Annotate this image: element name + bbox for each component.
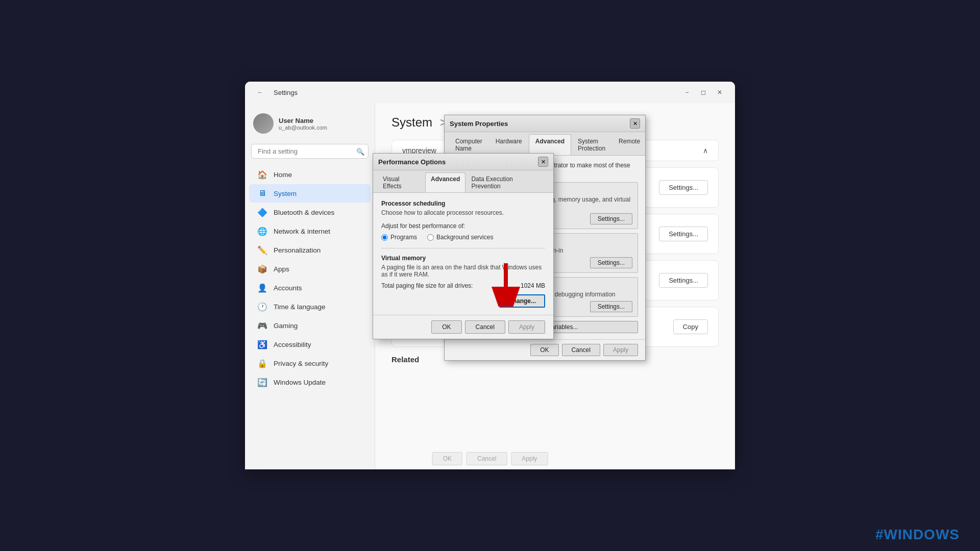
nav-label-gaming: Gaming <box>274 322 298 330</box>
sys-props-apply-btn[interactable]: Apply <box>603 344 638 356</box>
ghost-ok-btn: OK <box>432 452 462 465</box>
title-bar: ← Settings − ◻ ✕ <box>245 82 735 103</box>
perf-tabs: Visual Effects Advanced Data Execution P… <box>373 170 553 193</box>
sidebar: User Name u_ab@outlook.com 🔍 🏠 Home 🖥 Sy… <box>245 103 375 469</box>
user-email: u_ab@outlook.com <box>279 124 327 131</box>
vm-section: Virtual memory A paging file is an area … <box>381 248 545 308</box>
vm-size-row: Total paging file size for all drives: 1… <box>381 282 545 289</box>
sys-user-settings-btn[interactable]: Settings... <box>590 257 632 268</box>
sys-startup-settings-btn[interactable]: Settings... <box>590 301 632 312</box>
nav-label-personalization: Personalization <box>274 246 321 254</box>
nav-label-bluetooth: Bluetooth & devices <box>274 209 334 216</box>
tab-dep[interactable]: Data Execution Prevention <box>465 172 549 192</box>
vm-text: A paging file is an area on the hard dis… <box>381 264 545 278</box>
user-profile[interactable]: User Name u_ab@outlook.com <box>245 107 375 142</box>
change-btn[interactable]: Change... <box>499 294 545 308</box>
adjust-label: Adjust for best performance of: <box>381 222 545 230</box>
tab-hardware[interactable]: Hardware <box>489 134 529 155</box>
breadcrumb-parent: System <box>391 115 432 129</box>
nav-icon-bluetooth: 🔷 <box>257 207 267 217</box>
sys-perf-settings-btn[interactable]: Settings... <box>590 213 632 224</box>
user-info: User Name u_ab@outlook.com <box>279 117 327 131</box>
nav-icon-time: 🕐 <box>257 302 267 312</box>
nav-icon-network: 🌐 <box>257 226 267 236</box>
startup-settings-btn[interactable]: Settings... <box>659 273 708 288</box>
sys-props-footer: OK Cancel Apply <box>445 339 645 360</box>
avatar <box>253 113 274 134</box>
sidebar-item-gaming[interactable]: 🎮 Gaming <box>249 316 371 335</box>
nav-label-time: Time & language <box>274 303 326 311</box>
close-button[interactable]: ✕ <box>713 85 727 99</box>
sidebar-item-update[interactable]: 🔄 Windows Update <box>249 373 371 391</box>
sys-props-tabs: Computer Name Hardware Advanced System P… <box>445 132 645 156</box>
sys-props-title-bar: System Properties ✕ <box>445 115 645 132</box>
sidebar-item-accounts[interactable]: 👤 Accounts <box>249 279 371 297</box>
tab-system-protection[interactable]: System Protection <box>571 134 612 155</box>
back-button[interactable]: ← <box>253 85 267 99</box>
settings-window: ← Settings − ◻ ✕ User Name u_ab@outlook.… <box>245 82 735 469</box>
radio-bg-label[interactable]: Background services <box>427 234 493 241</box>
proc-sched-title: Processor scheduling <box>381 200 545 207</box>
minimize-button[interactable]: − <box>680 85 694 99</box>
window-title: Settings <box>274 89 298 96</box>
nav-icon-home: 🏠 <box>257 169 267 180</box>
proc-sched-text: Choose how to allocate processor resourc… <box>381 209 545 216</box>
perf-title: Performance Options <box>378 158 446 166</box>
performance-options-dialog[interactable]: Performance Options ✕ Visual Effects Adv… <box>373 153 554 339</box>
radio-bg[interactable] <box>427 234 434 241</box>
perf-apply-btn[interactable]: Apply <box>508 320 545 334</box>
nav-label-apps: Apps <box>274 265 289 273</box>
ghost-footer: OK Cancel Apply <box>428 448 552 469</box>
copy-button[interactable]: Copy <box>673 319 708 334</box>
nav-label-network: Network & internet <box>274 228 330 235</box>
nav-icon-accessibility: ♿ <box>257 339 267 349</box>
sidebar-item-personalization[interactable]: ✏️ Personalization <box>249 241 371 259</box>
watermark: #WINDOWS <box>875 527 960 543</box>
tab-computer-name[interactable]: Computer Name <box>449 134 489 155</box>
user-profiles-settings-btn[interactable]: Settings... <box>659 227 708 241</box>
title-bar-left: ← Settings <box>253 85 298 99</box>
sidebar-item-system[interactable]: 🖥 System <box>249 184 371 203</box>
nav-label-accounts: Accounts <box>274 284 302 292</box>
maximize-button[interactable]: ◻ <box>696 85 710 99</box>
vm-size-value: 1024 MB <box>521 282 545 289</box>
sidebar-item-bluetooth[interactable]: 🔷 Bluetooth & devices <box>249 203 371 221</box>
tab-visual-effects[interactable]: Visual Effects <box>377 172 425 192</box>
nav-label-privacy: Privacy & security <box>274 360 328 367</box>
radio-programs-label[interactable]: Programs <box>381 234 417 241</box>
sys-props-close-btn[interactable]: ✕ <box>630 118 640 129</box>
sidebar-item-home[interactable]: 🏠 Home <box>249 165 371 184</box>
sidebar-item-network[interactable]: 🌐 Network & internet <box>249 222 371 240</box>
search-box: 🔍 <box>251 144 369 159</box>
sys-props-ok-btn[interactable]: OK <box>530 344 558 356</box>
sys-props-cancel-btn[interactable]: Cancel <box>562 344 600 356</box>
nav-label-home: Home <box>274 171 292 179</box>
vm-title: Virtual memory <box>381 255 545 262</box>
nav-icon-accounts: 👤 <box>257 283 267 293</box>
sidebar-item-time[interactable]: 🕐 Time & language <box>249 297 371 316</box>
search-input[interactable] <box>251 144 369 159</box>
sidebar-item-accessibility[interactable]: ♿ Accessibility <box>249 335 371 354</box>
perf-close-btn[interactable]: ✕ <box>538 157 548 167</box>
search-icon: 🔍 <box>356 147 364 155</box>
radio-programs[interactable] <box>381 234 388 241</box>
title-bar-controls: − ◻ ✕ <box>680 85 727 99</box>
tab-advanced-perf[interactable]: Advanced <box>425 172 465 192</box>
perf-cancel-btn[interactable]: Cancel <box>465 320 505 334</box>
radio-programs-text: Programs <box>390 234 417 241</box>
vm-size-label: Total paging file size for all drives: <box>381 282 473 289</box>
nav-label-update: Windows Update <box>274 379 326 386</box>
nav-icon-apps: 📦 <box>257 264 267 274</box>
tab-advanced[interactable]: Advanced <box>529 134 571 155</box>
sidebar-item-privacy[interactable]: 🔒 Privacy & security <box>249 354 371 372</box>
perf-ok-btn[interactable]: OK <box>431 320 461 334</box>
ghost-cancel-btn: Cancel <box>467 452 507 465</box>
ghost-apply-btn: Apply <box>511 452 548 465</box>
nav-icon-update: 🔄 <box>257 377 267 387</box>
nav-icon-gaming: 🎮 <box>257 320 267 331</box>
sidebar-item-apps[interactable]: 📦 Apps <box>249 260 371 278</box>
nav-icon-system: 🖥 <box>257 188 267 198</box>
performance-settings-btn[interactable]: Settings... <box>659 180 708 195</box>
tab-remote[interactable]: Remote <box>612 134 647 155</box>
radio-bg-text: Background services <box>436 234 493 241</box>
